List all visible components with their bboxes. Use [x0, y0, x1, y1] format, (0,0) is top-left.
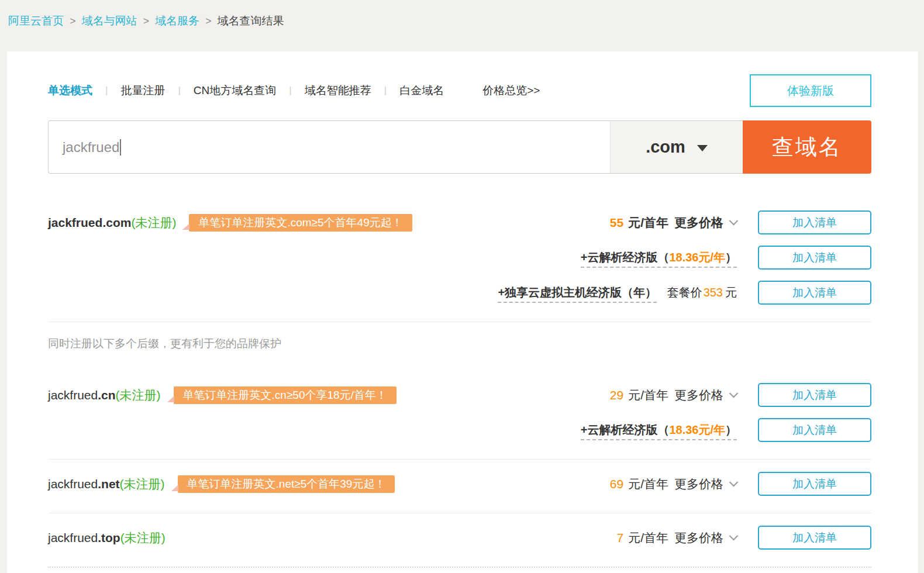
breadcrumb-separator: > [205, 15, 212, 27]
promo-badge-text: 单笔订单注册英文.net≥5个首年39元起！ [178, 475, 395, 493]
breadcrumb-link-domain-service[interactable]: 域名服务 [155, 13, 199, 29]
addon-text: +云解析经济版（18.36元/年） [581, 422, 737, 438]
addon-text: +独享云虚拟主机经济版（年） 套餐价353元 [498, 285, 737, 301]
tab-platinum-domain[interactable]: 白金域名 [399, 83, 444, 98]
promo-badge-text: 单笔订单注册英文.com≥5个首年49元起！ [189, 214, 412, 232]
more-price-link[interactable]: 更多价格 [674, 387, 723, 403]
section-divider [48, 459, 871, 460]
domain-label: jackfrued [48, 388, 98, 402]
addon-label: +独享云虚拟主机经济版（年） [498, 286, 657, 299]
addon-text: +云解析经济版（18.36元/年） [581, 250, 737, 265]
price-value: 69 [610, 477, 623, 491]
domain-tld: .top [98, 531, 120, 544]
package-price-label: 套餐价 [667, 286, 702, 299]
try-new-version-button[interactable]: 体验新版 [750, 74, 871, 107]
tab-single-mode[interactable]: 单选模式 [48, 83, 92, 98]
tab-separator: | [178, 85, 180, 96]
badge-tail-icon [167, 396, 174, 402]
price-value: 55 [610, 216, 623, 230]
domain-search-bar: jackfrued .com 查域名 [48, 120, 871, 174]
domain-search-input[interactable]: jackfrued [48, 120, 610, 174]
add-to-list-button[interactable]: 加入清单 [758, 526, 871, 550]
addon-host-link[interactable]: +独享云虚拟主机经济版（年） [498, 286, 657, 303]
tab-smart-recommend[interactable]: 域名智能推荐 [305, 83, 371, 98]
section-divider [48, 322, 871, 322]
promo-badge-text: 单笔订单注册英文.cn≥50个享18元/首年！ [174, 386, 397, 404]
tab-separator: | [105, 85, 108, 96]
price-unit: 元/首年 [628, 387, 668, 403]
add-to-list-button[interactable]: 加入清单 [758, 472, 871, 496]
addon-label-end: ） [725, 251, 737, 264]
price-area: 69 元/首年 更多价格 [610, 476, 737, 492]
status-unregistered: (未注册) [116, 387, 161, 403]
add-to-list-button[interactable]: 加入清单 [758, 418, 871, 442]
domain-tld: .cn [98, 388, 115, 402]
dropdown-arrow-icon [697, 145, 708, 151]
package-price-unit: 元 [725, 286, 737, 299]
domain-label: jackfrued [48, 216, 102, 229]
tld-select-dropdown[interactable]: .com [610, 120, 743, 174]
domain-name: jackfrued.net [48, 477, 120, 491]
domain-name: jackfrued.top [48, 531, 120, 545]
chevron-down-icon[interactable] [729, 478, 739, 487]
price-overview-link[interactable]: 价格总览>> [482, 83, 540, 98]
addon-row-host: +独享云虚拟主机经济版（年） 套餐价353元 加入清单 [48, 281, 871, 305]
result-row-cn: jackfrued.cn (未注册) 单笔订单注册英文.cn≥50个享18元/首… [48, 383, 871, 407]
breadcrumb-separator: > [143, 15, 150, 27]
tab-separator: | [289, 85, 291, 96]
tld-selected-value: .com [646, 137, 685, 157]
bottom-dashed-divider [48, 567, 871, 568]
addon-dns-link[interactable]: +云解析经济版（18.36元/年） [581, 251, 737, 268]
breadcrumb-link-domain-website[interactable]: 域名与网站 [82, 13, 137, 29]
chevron-down-icon[interactable] [729, 216, 739, 226]
more-price-link[interactable]: 更多价格 [674, 215, 723, 231]
addon-dns-link[interactable]: +云解析经济版（18.36元/年） [581, 423, 737, 440]
search-input-value: jackfrued [63, 139, 119, 156]
tab-batch-register[interactable]: 批量注册 [120, 83, 165, 98]
breadcrumb-separator: > [70, 15, 76, 27]
price-area: 29 元/首年 更多价格 [610, 387, 737, 403]
domain-tld: .com [102, 216, 131, 229]
result-row-com: jackfrued.com (未注册) 单笔订单注册英文.com≥5个首年49元… [48, 210, 871, 234]
price-unit: 元/首年 [628, 215, 668, 231]
domain-name: jackfrued.com [48, 216, 131, 230]
chevron-down-icon[interactable] [729, 531, 739, 541]
mode-tabs: 单选模式 | 批量注册 | CN地方域名查询 | 域名智能推荐 | 白金域名 价… [48, 83, 540, 98]
status-unregistered: (未注册) [120, 476, 165, 492]
promo-badge: 单笔订单注册英文.net≥5个首年39元起！ [178, 477, 395, 492]
package-price-value: 353 [704, 286, 723, 299]
text-caret [120, 139, 121, 156]
tab-cn-local-query[interactable]: CN地方域名查询 [194, 83, 276, 98]
topbar: 单选模式 | 批量注册 | CN地方域名查询 | 域名智能推荐 | 白金域名 价… [48, 74, 871, 107]
price-unit: 元/首年 [628, 530, 668, 546]
more-price-link[interactable]: 更多价格 [674, 476, 723, 492]
badge-tail-icon [182, 223, 189, 230]
section-divider [48, 513, 871, 513]
chevron-down-icon[interactable] [729, 389, 739, 398]
status-unregistered: (未注册) [131, 215, 176, 231]
promo-badge: 单笔订单注册英文.cn≥50个享18元/首年！ [174, 388, 397, 403]
result-row-net: jackfrued.net (未注册) 单笔订单注册英文.net≥5个首年39元… [48, 472, 871, 496]
breadcrumb-current: 域名查询结果 [218, 13, 284, 29]
addon-row-dns: +云解析经济版（18.36元/年） 加入清单 [48, 246, 871, 270]
add-to-list-button[interactable]: 加入清单 [758, 246, 871, 270]
price-unit: 元/首年 [628, 476, 668, 492]
addon-price: 18.36元/年 [669, 423, 725, 436]
add-to-list-button[interactable]: 加入清单 [758, 281, 871, 305]
search-domain-button[interactable]: 查域名 [743, 120, 871, 174]
domain-label: jackfrued [48, 477, 98, 491]
add-to-list-button[interactable]: 加入清单 [758, 383, 871, 407]
breadcrumb: 阿里云首页 > 域名与网站 > 域名服务 > 域名查询结果 [0, 0, 924, 29]
tab-separator: | [384, 85, 387, 96]
promo-badge: 单笔订单注册英文.com≥5个首年49元起！ [189, 215, 412, 230]
breadcrumb-link-home[interactable]: 阿里云首页 [8, 13, 64, 29]
addon-label-end: ） [725, 423, 737, 436]
status-unregistered: (未注册) [120, 530, 166, 546]
domain-search-card: 单选模式 | 批量注册 | CN地方域名查询 | 域名智能推荐 | 白金域名 价… [7, 51, 918, 573]
add-to-list-button[interactable]: 加入清单 [758, 210, 871, 234]
addon-package-price: 套餐价353元 [667, 286, 737, 299]
price-value: 7 [616, 531, 623, 545]
more-price-link[interactable]: 更多价格 [674, 530, 723, 546]
brand-protection-hint: 同时注册以下多个后缀，更有利于您的品牌保护 [48, 336, 871, 351]
price-area: 55 元/首年 更多价格 [610, 215, 737, 231]
